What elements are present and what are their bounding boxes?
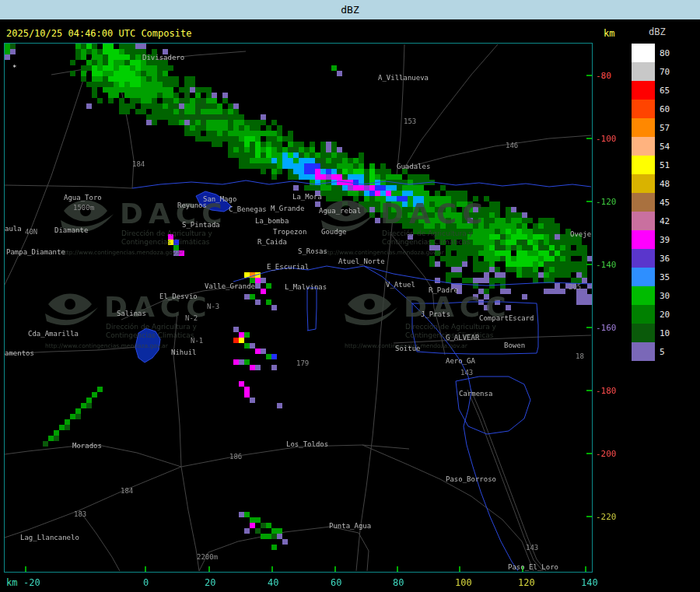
timestamp-label: 2025/10/25 04:46:00 UTC Composite — [6, 28, 191, 39]
legend-value: 65 — [660, 86, 670, 96]
legend-entry: 39 — [632, 230, 670, 249]
color-scale-legend: dBZ 807065605754514845423936353020105 — [632, 26, 670, 361]
road-number-label: 143 — [526, 545, 538, 552]
legend-entry: 48 — [632, 174, 670, 193]
place-label: La_bomba — [255, 218, 289, 225]
legend-swatch — [632, 62, 655, 81]
legend-swatch — [632, 156, 655, 174]
legend-swatch — [632, 100, 655, 118]
legend-entry: 10 — [632, 324, 670, 342]
place-label: N-3 — [207, 303, 219, 310]
legend-swatch — [632, 305, 655, 324]
place-label: Tropezon — [273, 229, 306, 236]
bottom-axis-tick-label: 100 — [455, 577, 472, 588]
right-axis-tick-label: -80 — [596, 71, 611, 81]
legend-swatch — [632, 193, 655, 212]
bottom-axis-tick-label: -20 — [23, 577, 40, 588]
place-label: Punta_Agua — [329, 523, 371, 530]
place-label: R_Padre — [429, 287, 458, 294]
legend-value: 70 — [660, 67, 670, 77]
legend-value: 35 — [660, 272, 670, 282]
right-axis-tick-label: -200 — [596, 449, 617, 459]
dacc-watermark-text: http://www.contingencias.mendoza.gov.ar — [321, 249, 445, 256]
legend-entry: 65 — [632, 81, 670, 100]
legend-swatch — [632, 324, 655, 342]
place-label: Atuel_Norte — [338, 258, 385, 265]
place-label: C_Benegas — [229, 206, 267, 213]
place-label: Bowen — [504, 342, 525, 349]
legend-value: 36 — [660, 254, 670, 264]
right-axis-tick-label: -180 — [596, 386, 617, 396]
place-label: Carmensa — [459, 391, 492, 398]
place-label: Los_Toldos — [286, 441, 328, 448]
legend-entry: 35 — [632, 268, 670, 286]
road-number-label: 146 — [506, 142, 518, 149]
legend-swatch — [632, 230, 655, 249]
place-label: M_Grande — [271, 205, 304, 212]
river-line — [307, 288, 308, 331]
legend-value: 51 — [660, 160, 670, 170]
bottom-axis-tick-label: 80 — [393, 577, 404, 588]
place-label: Morados — [72, 443, 102, 450]
dacc-watermark-text: http://www.contingencias.mendoza.gov.ar — [45, 342, 169, 349]
river-line — [316, 288, 317, 329]
legend-value: 48 — [660, 179, 670, 189]
legend-swatch — [632, 212, 655, 230]
dacc-eye-pupil — [364, 299, 375, 310]
place-label: Soitue — [395, 345, 421, 352]
legend-value: 57 — [660, 123, 670, 133]
dacc-watermark-text: Contingencias Climáticas — [382, 238, 471, 246]
road-number-label: 153 — [404, 118, 416, 125]
place-label: Lag_Llancanelo — [20, 534, 79, 541]
river-line — [132, 180, 591, 188]
legend-entry: 45 — [632, 193, 670, 212]
place-label: San_Mago — [203, 196, 236, 203]
right-axis-unit: km — [604, 28, 614, 39]
legend-value: 10 — [660, 328, 670, 338]
legend-entry: 42 — [632, 212, 670, 230]
right-axis-tick-label: -220 — [596, 512, 617, 522]
hydro-watermark-layer: DACCDirección de Agricultura yContingenc… — [5, 44, 592, 572]
legend-swatch — [632, 268, 655, 286]
place-label: Paso_El_Loro — [508, 564, 558, 571]
place-label: Valle_Grande — [205, 283, 255, 290]
road-number-label: 186 — [229, 454, 242, 461]
legend-value: 5 — [660, 347, 665, 357]
dacc-watermark-text: Dirección de Agricultura y — [106, 323, 198, 331]
legend-swatch — [632, 249, 655, 268]
legend-entry: 70 — [632, 62, 670, 81]
legend-entry: 20 — [632, 305, 670, 324]
place-label: Pampa_Diamante — [6, 249, 65, 256]
road-number-label: 179 — [296, 360, 309, 367]
place-label: V_Atuel — [386, 282, 415, 289]
right-axis-tick-label: -120 — [596, 197, 617, 207]
place-label: 40N — [25, 229, 37, 236]
legend-value: 42 — [660, 216, 670, 226]
place-label: Cda_Amarilla — [28, 331, 79, 338]
river-line — [456, 377, 530, 434]
legend-swatch — [632, 137, 655, 156]
dacc-watermark-text: Dirección de Agricultura y — [121, 229, 213, 237]
right-axis-tick-label: -160 — [596, 323, 617, 333]
dacc-eye-pupil — [65, 299, 75, 310]
bottom-axis-tick-label: 40 — [268, 577, 278, 588]
place-label: N-2 — [185, 315, 198, 322]
window-titlebar: dBZ — [0, 0, 700, 19]
legend-entry: 54 — [632, 137, 670, 156]
legend-value: 45 — [660, 198, 670, 208]
road-number-label: 183 — [74, 511, 86, 518]
place-label: CompartEscard — [479, 315, 534, 322]
place-label: Agua_rebal — [319, 208, 361, 215]
place-label: G_ALVEAR — [446, 335, 479, 342]
dacc-watermark-text: Contingencias Climáticas — [106, 331, 194, 339]
dacc-watermark-text: Dirección de Agricultura y — [382, 229, 474, 237]
dacc-watermark-text: http://www.contingencias.mendoza.gov.ar — [61, 249, 184, 256]
legend-entry: 80 — [632, 44, 670, 62]
legend-value: 30 — [660, 291, 670, 301]
place-label: R_Caida — [257, 239, 287, 246]
place-label: Diamante — [54, 227, 88, 234]
place-label: Salinas — [117, 310, 146, 317]
legend-entries: 807065605754514845423936353020105 — [632, 44, 670, 361]
place-label: L_Malvinas — [285, 284, 327, 291]
legend-entry: 51 — [632, 156, 670, 174]
